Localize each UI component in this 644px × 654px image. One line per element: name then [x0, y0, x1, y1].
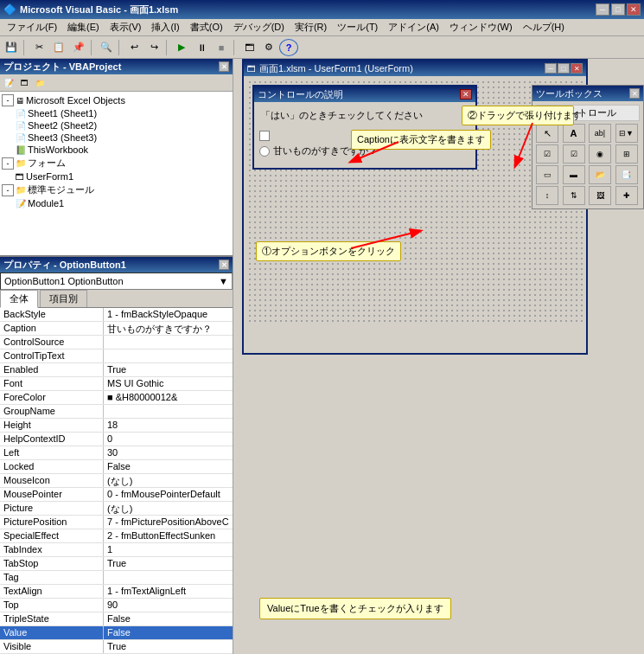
- table-row[interactable]: TabStopTrue: [0, 557, 233, 571]
- toolbox-combobox[interactable]: ⊟▼: [615, 124, 638, 143]
- toolbar-redo[interactable]: ↪: [144, 39, 163, 56]
- prop-value[interactable]: (なし): [104, 474, 233, 487]
- toolbar-copy[interactable]: 📋: [49, 39, 68, 56]
- project-close-btn[interactable]: ✕: [219, 61, 229, 72]
- prop-value[interactable]: [104, 405, 233, 418]
- table-row[interactable]: FontMS UI Gothic: [0, 377, 233, 391]
- menu-file[interactable]: ファイル(F): [2, 20, 62, 35]
- table-row[interactable]: BackStyle1 - fmBackStyleOpaque: [0, 308, 233, 322]
- tree-item-sheet1[interactable]: 📄 Sheet1 (Sheet1): [2, 107, 231, 119]
- tree-item-forms[interactable]: - 📁 フォーム: [2, 156, 231, 170]
- tree-item-userform1[interactable]: 🗔 UserForm1: [2, 170, 231, 183]
- tree-item-excel-objects[interactable]: - 🖥 Microsoft Excel Objects: [2, 93, 231, 107]
- menu-edit[interactable]: 編集(E): [62, 20, 105, 35]
- toolbox-scrollbar[interactable]: ↕: [536, 186, 558, 205]
- expand-modules[interactable]: -: [2, 184, 14, 196]
- menu-insert[interactable]: 挿入(I): [146, 20, 184, 35]
- toolbar-pause[interactable]: ⏸: [192, 39, 211, 56]
- toolbar-find[interactable]: 🔍: [97, 39, 116, 56]
- prop-value[interactable]: 2 - fmButtonEffectSunken: [104, 529, 233, 542]
- tree-item-module1[interactable]: 📝 Module1: [2, 197, 231, 209]
- table-row[interactable]: LockedFalse: [0, 460, 233, 474]
- menu-view[interactable]: 表示(V): [105, 20, 147, 35]
- menu-tools[interactable]: ツール(T): [332, 20, 383, 35]
- toolbar-help[interactable]: ?: [279, 39, 298, 56]
- prop-value[interactable]: [104, 571, 233, 584]
- toolbox-listbox[interactable]: ☑: [536, 144, 558, 164]
- tree-item-sheet3[interactable]: 📄 Sheet3 (Sheet3): [2, 131, 231, 144]
- toolbox-commandbutton[interactable]: ▬: [563, 165, 585, 184]
- toolbar-cut[interactable]: ✂: [29, 39, 48, 56]
- table-row[interactable]: VisibleTrue: [0, 640, 233, 654]
- prop-value[interactable]: 18: [104, 419, 233, 432]
- table-row[interactable]: Left30: [0, 446, 233, 460]
- toolbox-label[interactable]: A: [563, 124, 585, 143]
- table-row[interactable]: MouseIcon(なし): [0, 474, 233, 488]
- props-close-btn[interactable]: ✕: [219, 260, 229, 270]
- menu-debug[interactable]: デバッグ(D): [228, 20, 290, 35]
- menu-run[interactable]: 実行(R): [290, 20, 332, 35]
- prop-value[interactable]: 1 - fmBackStyleOpaque: [104, 308, 233, 321]
- toolbox-image[interactable]: 🖼: [589, 186, 611, 205]
- dialog-close-btn[interactable]: ✕: [460, 89, 472, 99]
- toolbar-save[interactable]: 💾: [2, 39, 21, 56]
- form-checkbox[interactable]: [259, 131, 270, 141]
- prop-value[interactable]: 甘いものがすきですか？: [104, 322, 233, 335]
- toolbox-tabstrip[interactable]: 📂: [589, 165, 611, 184]
- userform-maximize[interactable]: □: [558, 63, 570, 74]
- menu-window[interactable]: ウィンドウ(W): [444, 20, 518, 35]
- toolbox-refedit[interactable]: ✚: [615, 186, 638, 205]
- close-button[interactable]: ✕: [627, 3, 641, 16]
- prop-value[interactable]: 90: [104, 599, 233, 612]
- toolbar-stop[interactable]: ■: [212, 39, 231, 56]
- table-row[interactable]: Caption甘いものがすきですか？: [0, 322, 233, 336]
- menu-help[interactable]: ヘルプ(H): [518, 20, 570, 35]
- table-row[interactable]: Picture(なし): [0, 502, 233, 516]
- prop-value[interactable]: True: [104, 557, 233, 570]
- toolbox-multipage[interactable]: 📑: [615, 165, 638, 184]
- toolbar-undo[interactable]: ↩: [124, 39, 143, 56]
- prop-value[interactable]: 1: [104, 543, 233, 556]
- prop-value[interactable]: 1 - fmTextAlignLeft: [104, 585, 233, 598]
- toolbar-paste[interactable]: 📌: [69, 39, 88, 56]
- prop-value[interactable]: True: [104, 363, 233, 376]
- toolbar-run[interactable]: ▶: [172, 39, 191, 56]
- tree-item-sheet2[interactable]: 📄 Sheet2 (Sheet2): [2, 119, 231, 131]
- prop-value[interactable]: ■ &H80000012&: [104, 391, 233, 404]
- toolbox-spinbutton[interactable]: ⇅: [563, 186, 585, 205]
- tree-item-thisworkbook[interactable]: 📗 ThisWorkbook: [2, 144, 231, 156]
- prop-value[interactable]: 0: [104, 433, 233, 446]
- toolbox-optionbutton[interactable]: ◉: [589, 144, 611, 164]
- table-row[interactable]: PicturePosition7 - fmPicturePositionAbov…: [0, 516, 233, 529]
- toolbox-close[interactable]: ✕: [629, 88, 640, 99]
- expand-excel-objects[interactable]: -: [2, 94, 14, 106]
- prop-value[interactable]: 7 - fmPicturePositionAboveC: [104, 516, 233, 529]
- table-row[interactable]: TabIndex1: [0, 543, 233, 557]
- expand-forms[interactable]: -: [2, 157, 14, 170]
- userform-close[interactable]: ✕: [571, 63, 583, 74]
- minimize-button[interactable]: ─: [596, 3, 609, 16]
- prop-value[interactable]: [104, 336, 233, 349]
- props-tab-all[interactable]: 全体: [0, 290, 38, 308]
- project-view-object[interactable]: 🗔: [16, 76, 32, 90]
- table-row[interactable]: HelpContextID0: [0, 433, 233, 446]
- toolbox-checkbox[interactable]: ☑: [563, 144, 585, 164]
- props-tab-category[interactable]: 項目別: [40, 290, 87, 307]
- prop-value[interactable]: 30: [104, 446, 233, 459]
- toolbar-more[interactable]: ⚙: [259, 39, 278, 56]
- prop-value[interactable]: False: [104, 612, 233, 625]
- table-row[interactable]: ForeColor■ &H80000012&: [0, 391, 233, 405]
- toolbox-pointer[interactable]: ↖: [536, 124, 558, 143]
- toolbox-frame[interactable]: ▭: [536, 165, 558, 184]
- prop-value[interactable]: False: [104, 460, 233, 473]
- menu-format[interactable]: 書式(O): [185, 20, 228, 35]
- toolbox-textbox[interactable]: ab|: [589, 124, 611, 143]
- toolbox-togglebutton[interactable]: ⊞: [615, 144, 638, 164]
- tree-item-modules[interactable]: - 📁 標準モジュール: [2, 183, 231, 197]
- table-row[interactable]: Top90: [0, 599, 233, 612]
- prop-value[interactable]: 0 - fmMousePointerDefault: [104, 488, 233, 501]
- toolbar-userform[interactable]: 🗔: [239, 39, 258, 56]
- prop-value[interactable]: True: [104, 640, 233, 653]
- table-row[interactable]: TextAlign1 - fmTextAlignLeft: [0, 585, 233, 599]
- menu-addins[interactable]: アドイン(A): [383, 20, 444, 35]
